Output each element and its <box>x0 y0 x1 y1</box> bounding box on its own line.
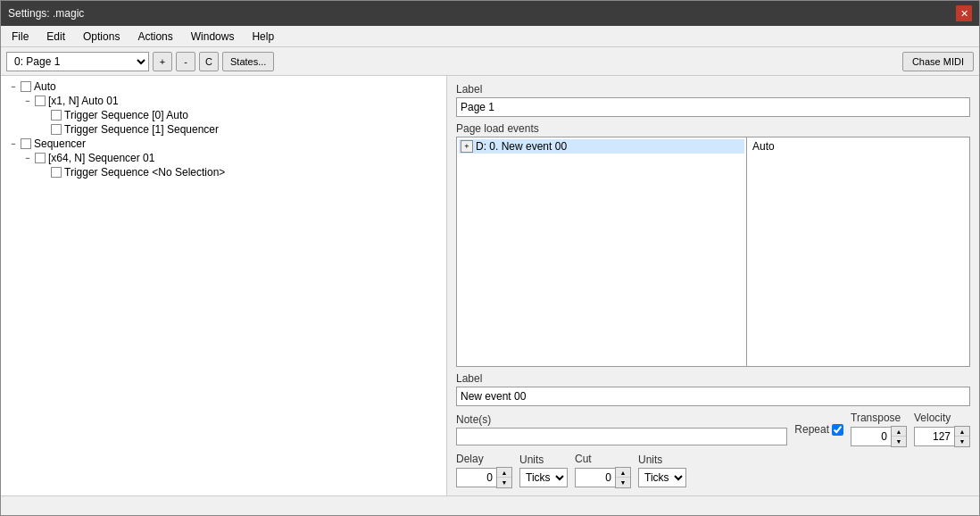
cut-units-select[interactable]: Ticks ms s <box>638 468 686 487</box>
checkbox-sequencer[interactable] <box>21 138 31 149</box>
checkbox-trigger-1[interactable] <box>51 124 62 135</box>
expander-trigger-no-sel <box>38 167 49 178</box>
cut-spinner-btns: ▲ ▼ <box>615 467 631 488</box>
checkbox-seq-x64[interactable] <box>35 153 46 163</box>
velocity-input[interactable] <box>914 427 954 446</box>
transpose-spinner: ▲ ▼ <box>851 426 907 447</box>
events-list[interactable]: + D: 0. New event 00 <box>456 137 747 367</box>
velocity-down-button[interactable]: ▼ <box>955 437 969 446</box>
repeat-checkbox[interactable] <box>832 424 843 436</box>
label-trigger-1: Trigger Sequence [1] Sequencer <box>64 123 219 136</box>
transpose-label: Transpose <box>851 412 907 424</box>
label-sequencer: Sequencer <box>34 137 86 150</box>
label-field-group: Label <box>456 83 970 117</box>
velocity-up-button[interactable]: ▲ <box>955 427 969 437</box>
menu-windows[interactable]: Windows <box>184 29 242 45</box>
tree-item-trigger-1[interactable]: Trigger Sequence [1] Sequencer <box>1 122 446 137</box>
notes-row: Note(s) Repeat Transpose ▲ ▼ <box>456 412 970 447</box>
status-bar <box>1 495 979 515</box>
cut-units-label: Units <box>638 454 686 466</box>
checkbox-trigger-no-sel[interactable] <box>51 167 62 178</box>
remove-page-button[interactable]: - <box>176 52 195 71</box>
expander-sequencer[interactable]: − <box>8 138 19 149</box>
label-input[interactable] <box>456 97 970 117</box>
transpose-input[interactable] <box>851 427 891 446</box>
notes-input[interactable] <box>456 428 787 445</box>
event-names-panel: Auto <box>747 137 970 367</box>
window-title: Settings: .magic <box>8 7 84 20</box>
tree-item-trigger-no-sel[interactable]: Trigger Sequence <No Selection> <box>1 165 446 179</box>
velocity-col: Velocity ▲ ▼ <box>914 412 970 447</box>
event-item-0[interactable]: + D: 0. New event 00 <box>459 139 744 154</box>
cut-units-col: Units Ticks ms s <box>638 454 686 487</box>
menu-file[interactable]: File <box>4 29 36 45</box>
label-auto-x1: [x1, N] Auto 01 <box>48 95 119 107</box>
label-field-label: Label <box>456 83 970 96</box>
velocity-label: Velocity <box>914 412 970 424</box>
transpose-down-button[interactable]: ▼ <box>892 437 906 446</box>
tree-item-trigger-0[interactable]: Trigger Sequence [0] Auto <box>1 108 446 122</box>
repeat-label: Repeat <box>794 423 829 436</box>
delay-down-button[interactable]: ▼ <box>497 478 511 487</box>
page-load-content: + D: 0. New event 00 Auto <box>456 137 970 367</box>
transpose-up-button[interactable]: ▲ <box>892 427 906 437</box>
label-trigger-no-sel: Trigger Sequence <No Selection> <box>64 166 225 179</box>
cut-down-button[interactable]: ▼ <box>616 478 630 487</box>
menu-help[interactable]: Help <box>245 29 281 45</box>
notes-label: Note(s) <box>456 413 787 426</box>
menu-edit[interactable]: Edit <box>39 29 72 45</box>
right-panel: Label Page load events + D: 0. New event… <box>447 76 979 495</box>
expander-auto[interactable]: − <box>8 81 19 92</box>
delay-units-label: Units <box>519 454 568 466</box>
page-load-label: Page load events <box>456 122 970 135</box>
add-page-button[interactable]: + <box>153 52 172 71</box>
label-trigger-0: Trigger Sequence [0] Auto <box>64 109 188 121</box>
label-seq-x64: [x64, N] Sequencer 01 <box>48 152 154 164</box>
checkbox-trigger-0[interactable] <box>51 110 62 121</box>
tree-item-seq-x64[interactable]: − [x64, N] Sequencer 01 <box>1 151 446 165</box>
delay-spinner-btns: ▲ ▼ <box>496 467 512 488</box>
expander-auto-x1[interactable]: − <box>22 96 33 106</box>
event-label-0: D: 0. New event 00 <box>476 140 567 153</box>
main-window: Settings: .magic ✕ File Edit Options Act… <box>0 0 980 516</box>
delay-input[interactable] <box>456 468 496 487</box>
page-load-section: Page load events + D: 0. New event 00 Au… <box>456 122 970 367</box>
cut-up-button[interactable]: ▲ <box>616 468 630 478</box>
delay-up-button[interactable]: ▲ <box>497 468 511 478</box>
velocity-spinner: ▲ ▼ <box>914 426 970 447</box>
expander-seq-x64[interactable]: − <box>22 153 33 163</box>
label-auto: Auto <box>34 80 56 93</box>
main-content: − Auto − [x1, N] Auto 01 Trigger Sequenc… <box>1 76 979 495</box>
checkbox-auto-x1[interactable] <box>35 96 46 106</box>
menu-bar: File Edit Options Actions Windows Help <box>1 26 979 47</box>
cut-spinner: ▲ ▼ <box>575 467 631 488</box>
cut-label: Cut <box>575 453 631 465</box>
event-name-auto[interactable]: Auto <box>751 139 966 154</box>
menu-options[interactable]: Options <box>76 29 127 45</box>
copy-page-button[interactable]: C <box>199 52 219 71</box>
notes-col: Note(s) <box>456 413 787 445</box>
tree-item-sequencer[interactable]: − Sequencer <box>1 137 446 151</box>
delay-label: Delay <box>456 453 512 465</box>
page-dropdown[interactable]: 0: Page 1 <box>6 52 149 71</box>
event-expander-0[interactable]: + <box>461 140 473 153</box>
chase-midi-button[interactable]: Chase MIDI <box>902 52 974 71</box>
delay-units-col: Units Ticks ms s <box>519 454 568 487</box>
delay-row: Delay ▲ ▼ Units Ticks ms s <box>456 453 970 488</box>
checkbox-auto[interactable] <box>21 81 31 92</box>
tree-item-auto[interactable]: − Auto <box>1 79 446 94</box>
menu-actions[interactable]: Actions <box>130 29 179 45</box>
event-label-label: Label <box>456 372 970 385</box>
delay-units-select[interactable]: Ticks ms s <box>519 468 568 487</box>
transpose-spinner-btns: ▲ ▼ <box>891 426 907 447</box>
transpose-col: Transpose ▲ ▼ <box>851 412 907 447</box>
close-button[interactable]: ✕ <box>956 5 972 21</box>
delay-col: Delay ▲ ▼ <box>456 453 512 488</box>
velocity-spinner-btns: ▲ ▼ <box>954 426 970 447</box>
expander-trigger-1 <box>38 124 49 135</box>
states-button[interactable]: States... <box>222 52 274 71</box>
cut-input[interactable] <box>575 468 615 487</box>
tree-item-auto-x1[interactable]: − [x1, N] Auto 01 <box>1 94 446 108</box>
event-label-input[interactable] <box>456 387 970 406</box>
title-bar: Settings: .magic ✕ <box>1 1 979 26</box>
